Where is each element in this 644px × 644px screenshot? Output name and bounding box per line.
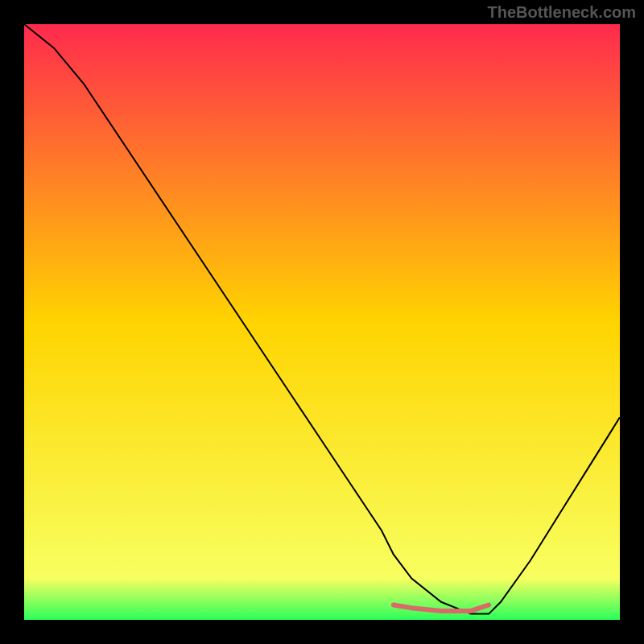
gradient-background (24, 24, 620, 620)
watermark-text: TheBottleneck.com (488, 3, 636, 22)
chart-plot-area (24, 24, 620, 620)
chart-svg (24, 24, 620, 620)
